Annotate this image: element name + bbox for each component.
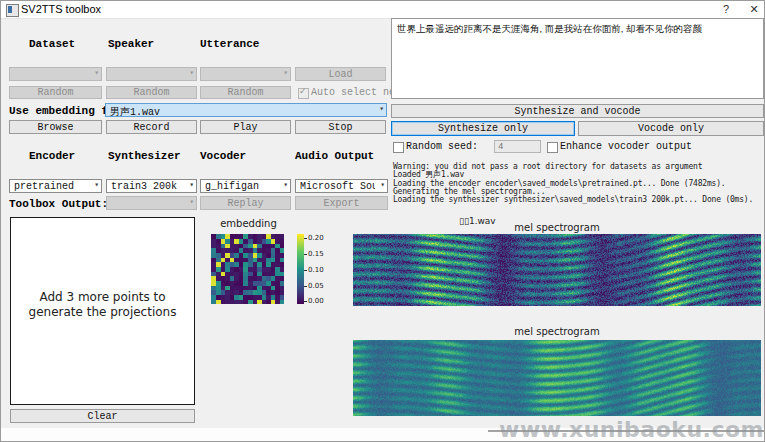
- random-seed-label: Random seed:: [406, 141, 478, 152]
- vocoder-combobox[interactable]: g_hifigan ▾: [200, 179, 291, 193]
- log-line: Loading the synthesizer synthesizer\save…: [393, 196, 765, 204]
- load-button[interactable]: Load: [295, 67, 386, 81]
- window-title: SV2TTS toolbox: [21, 3, 101, 15]
- synthesizer-label: Synthesizer: [108, 150, 181, 162]
- app-icon: [6, 4, 19, 17]
- projections-message: Add 3 more points to generate the projec…: [11, 290, 194, 320]
- mel-spectrogram-top: [353, 234, 761, 306]
- enhance-vocoder-checkbox[interactable]: [547, 142, 558, 153]
- mel-spectrogram-top-title: mel spectrogram: [353, 222, 761, 233]
- dropdown-arrow-icon: ▾: [189, 180, 194, 189]
- audio-output-label: Audio Output: [295, 150, 374, 162]
- record-button[interactable]: Record: [106, 120, 197, 134]
- random-utterance-button[interactable]: Random: [200, 86, 291, 99]
- colorbar-tick: [304, 301, 307, 302]
- dataset-label: Dataset: [29, 38, 75, 50]
- stop-button[interactable]: Stop: [295, 120, 386, 134]
- enhance-vocoder-label: Enhance vocoder output: [560, 141, 692, 152]
- dropdown-arrow-icon: ▾: [189, 197, 194, 206]
- mel-spectrogram-bottom-title: mel spectrogram: [353, 326, 761, 337]
- synthesize-and-vocode-button[interactable]: Synthesize and vocode: [391, 104, 764, 118]
- colorbar-tick-label: 0.05: [308, 282, 324, 290]
- app-icon-glyph: [8, 6, 12, 13]
- dropdown-arrow-icon: ▾: [380, 180, 385, 189]
- auto-select-next-checkbox[interactable]: [298, 88, 309, 99]
- colorbar-tick: [304, 270, 307, 271]
- title-bar: SV2TTS toolbox ? ✕: [1, 1, 765, 19]
- colorbar-tick-label: 0.20: [308, 234, 324, 242]
- random-dataset-button[interactable]: Random: [9, 86, 102, 99]
- random-seed-checkbox[interactable]: [393, 142, 404, 153]
- export-button[interactable]: Export: [295, 196, 388, 210]
- embedding-colorbar: [297, 234, 304, 304]
- embedding-heatmap: [211, 234, 284, 304]
- log-output: Warning: you did not pass a root directo…: [393, 163, 765, 204]
- toolbox-output-label: Toolbox Output:: [9, 198, 108, 210]
- dropdown-arrow-icon: ▾: [283, 180, 288, 189]
- seed-input[interactable]: 4: [494, 140, 541, 153]
- synthesize-only-button[interactable]: Synthesize only: [391, 121, 575, 136]
- vocoder-label: Vocoder: [200, 150, 246, 162]
- speaker-combobox[interactable]: ▾: [106, 67, 197, 81]
- dropdown-arrow-icon: ▾: [94, 180, 99, 189]
- sv2tts-toolbox-window: SV2TTS toolbox ? ✕ Dataset Speaker Utter…: [0, 0, 765, 442]
- clear-button[interactable]: Clear: [10, 409, 195, 423]
- vocode-only-button[interactable]: Vocode only: [578, 121, 764, 136]
- colorbar-tick-label: 0.00: [308, 297, 324, 305]
- mel-spectrogram-bottom: [353, 340, 761, 416]
- projections-plot: Add 3 more points to generate the projec…: [10, 217, 195, 405]
- help-button[interactable]: ?: [715, 1, 737, 17]
- replay-button[interactable]: Replay: [200, 196, 291, 210]
- toolbox-output-combobox[interactable]: ▾: [106, 196, 197, 210]
- colorbar-tick: [304, 286, 307, 287]
- encoder-label: Encoder: [29, 150, 75, 162]
- dataset-combobox[interactable]: ▾: [9, 67, 102, 81]
- dropdown-arrow-icon: ▾: [379, 104, 384, 113]
- dropdown-arrow-icon: ▾: [189, 68, 194, 77]
- browse-button[interactable]: Browse: [9, 120, 102, 134]
- text-to-synthesize-input[interactable]: 世界上最遥远的距离不是天涯海角, 而是我站在你面前, 却看不见你的容颜: [391, 18, 764, 99]
- utterance-label: Utterance: [200, 38, 259, 50]
- audio-output-combobox[interactable]: Microsoft Sound Mapp ▾: [295, 179, 388, 193]
- utterance-combobox[interactable]: ▾: [200, 67, 291, 81]
- random-speaker-button[interactable]: Random: [106, 86, 197, 99]
- encoder-combobox[interactable]: pretrained ▾: [9, 179, 102, 193]
- use-embedding-combobox[interactable]: 男声1.wav ▾: [105, 103, 387, 117]
- dropdown-arrow-icon: ▾: [94, 68, 99, 77]
- colorbar-tick-label: 0.10: [308, 266, 324, 274]
- speaker-label: Speaker: [108, 38, 154, 50]
- embedding-plot-title: embedding: [206, 218, 291, 229]
- close-button[interactable]: ✕: [743, 1, 765, 17]
- watermark: www.xunibaoku.com: [489, 417, 764, 442]
- colorbar-tick-label: 0.15: [308, 250, 324, 258]
- synthesizer-combobox[interactable]: train3 200k ▾: [106, 179, 197, 193]
- colorbar-tick: [304, 238, 307, 239]
- play-button[interactable]: Play: [200, 120, 291, 134]
- dropdown-arrow-icon: ▾: [283, 68, 288, 77]
- colorbar-tick: [304, 254, 307, 255]
